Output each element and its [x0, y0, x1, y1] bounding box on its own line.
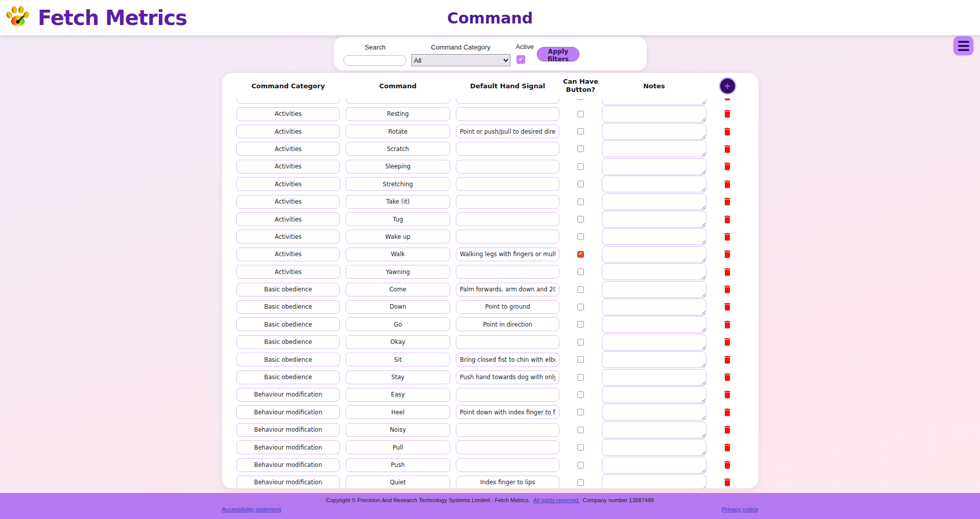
delete-row-button[interactable] [722, 407, 732, 418]
active-checkbox[interactable] [517, 55, 525, 64]
hand-signal-input[interactable] [456, 335, 559, 349]
delete-row-button[interactable] [722, 98, 732, 102]
add-row-button[interactable]: + [720, 79, 735, 93]
delete-row-button[interactable] [722, 301, 732, 312]
command-input[interactable] [346, 142, 450, 156]
search-input[interactable] [344, 55, 406, 66]
category-input[interactable] [236, 283, 340, 296]
command-input[interactable] [346, 248, 450, 261]
category-input[interactable] [236, 142, 340, 156]
command-input[interactable] [346, 230, 450, 243]
notes-textarea[interactable] [602, 457, 706, 474]
command-input[interactable] [346, 388, 450, 402]
hand-signal-input[interactable] [456, 177, 559, 191]
notes-textarea[interactable] [602, 351, 706, 368]
can-have-button-checkbox[interactable] [577, 356, 584, 363]
category-input[interactable] [236, 98, 340, 104]
delete-row-button[interactable] [722, 249, 732, 260]
command-input[interactable] [346, 283, 450, 296]
apply-filters-button[interactable]: Apply filters [537, 47, 579, 61]
can-have-button-checkbox[interactable] [577, 304, 584, 310]
hamburger-menu-button[interactable] [953, 36, 973, 55]
notes-textarea[interactable] [602, 299, 706, 315]
hand-signal-input[interactable] [456, 458, 559, 472]
can-have-button-checkbox[interactable] [577, 111, 584, 117]
hand-signal-input[interactable] [456, 388, 559, 402]
can-have-button-checkbox[interactable] [577, 391, 584, 398]
category-input[interactable] [236, 388, 340, 402]
can-have-button-checkbox[interactable] [577, 409, 584, 415]
hand-signal-input[interactable] [456, 160, 559, 174]
delete-row-button[interactable] [722, 459, 732, 471]
category-input[interactable] [236, 195, 340, 209]
command-input[interactable] [346, 212, 450, 226]
can-have-button-checkbox[interactable] [577, 286, 584, 293]
can-have-button-checkbox[interactable] [577, 427, 584, 433]
category-input[interactable] [236, 317, 340, 331]
can-have-button-checkbox[interactable] [577, 462, 584, 468]
delete-row-button[interactable] [722, 143, 732, 155]
can-have-button-checkbox[interactable] [577, 128, 584, 135]
notes-textarea[interactable] [602, 263, 706, 280]
can-have-button-checkbox[interactable] [577, 145, 584, 152]
can-have-button-checkbox[interactable] [577, 444, 584, 451]
hand-signal-input[interactable] [456, 300, 559, 314]
delete-row-button[interactable] [722, 354, 732, 365]
category-input[interactable] [236, 476, 340, 488]
category-input[interactable] [236, 335, 340, 349]
delete-row-button[interactable] [722, 126, 732, 137]
hand-signal-input[interactable] [456, 423, 559, 437]
notes-textarea[interactable] [602, 422, 706, 438]
hand-signal-input[interactable] [456, 405, 559, 419]
command-input[interactable] [346, 370, 450, 384]
delete-row-button[interactable] [722, 179, 732, 190]
command-input[interactable] [346, 107, 450, 121]
hand-signal-input[interactable] [456, 317, 559, 331]
category-input[interactable] [236, 423, 340, 437]
delete-row-button[interactable] [722, 266, 732, 278]
can-have-button-checkbox[interactable] [577, 216, 584, 223]
category-select[interactable]: All [411, 54, 510, 66]
all-rights-reserved-link[interactable]: All rights reserved. [533, 497, 580, 503]
hand-signal-input[interactable] [456, 283, 559, 296]
category-input[interactable] [236, 107, 340, 121]
category-input[interactable] [236, 125, 340, 138]
category-input[interactable] [236, 177, 340, 191]
hand-signal-input[interactable] [456, 248, 559, 261]
command-input[interactable] [346, 177, 450, 191]
command-input[interactable] [346, 125, 450, 138]
notes-textarea[interactable] [602, 98, 706, 105]
can-have-button-checkbox[interactable] [577, 181, 584, 187]
notes-textarea[interactable] [602, 316, 706, 333]
notes-textarea[interactable] [602, 369, 706, 386]
category-input[interactable] [236, 440, 340, 454]
can-have-button-checkbox[interactable] [577, 339, 584, 345]
delete-row-button[interactable] [722, 319, 732, 330]
delete-row-button[interactable] [722, 284, 732, 295]
command-input[interactable] [346, 317, 450, 331]
notes-textarea[interactable] [602, 158, 706, 175]
hand-signal-input[interactable] [456, 265, 559, 279]
can-have-button-checkbox[interactable] [577, 199, 584, 205]
delete-row-button[interactable] [722, 108, 732, 119]
hand-signal-input[interactable] [456, 195, 559, 209]
category-input[interactable] [236, 248, 340, 261]
command-input[interactable] [346, 265, 450, 279]
hand-signal-input[interactable] [456, 440, 559, 454]
category-input[interactable] [236, 265, 340, 279]
command-input[interactable] [346, 405, 450, 419]
notes-textarea[interactable] [602, 140, 706, 157]
can-have-button-checkbox[interactable] [577, 233, 584, 240]
category-input[interactable] [236, 405, 340, 419]
can-have-button-checkbox[interactable] [577, 374, 584, 381]
command-input[interactable] [346, 195, 450, 209]
hand-signal-input[interactable] [456, 353, 559, 366]
can-have-button-checkbox[interactable] [577, 98, 584, 100]
delete-row-button[interactable] [722, 214, 732, 225]
category-input[interactable] [236, 353, 340, 366]
category-input[interactable] [236, 160, 340, 174]
category-input[interactable] [236, 230, 340, 243]
notes-textarea[interactable] [602, 123, 706, 140]
can-have-button-checkbox[interactable] [577, 479, 584, 486]
notes-textarea[interactable] [602, 439, 706, 456]
